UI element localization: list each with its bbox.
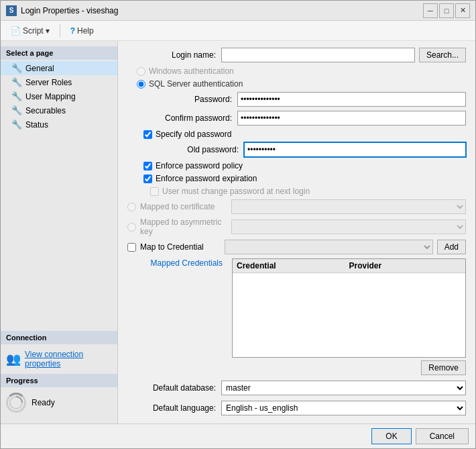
help-label: Help — [77, 26, 94, 36]
mapped-asym-radio[interactable] — [127, 223, 136, 232]
default-lang-label: Default language: — [127, 403, 221, 413]
password-label: Password: — [143, 95, 237, 104]
password-row: Password: — [143, 92, 466, 107]
help-icon: ? — [70, 26, 75, 36]
remove-section: Remove — [127, 360, 466, 375]
mapped-credentials-label: Mapped Credentials — [127, 258, 228, 268]
add-button[interactable]: Add — [437, 240, 466, 254]
footer: OK Cancel — [1, 423, 475, 448]
window-icon: S — [6, 5, 17, 16]
ok-button[interactable]: OK — [371, 428, 411, 444]
server-roles-icon: 🔧 — [11, 77, 22, 87]
script-button[interactable]: 📄 Script ▾ — [6, 24, 54, 38]
default-db-select[interactable]: master — [221, 381, 466, 395]
user-mapping-icon: 🔧 — [11, 91, 22, 101]
sidebar-item-server-roles[interactable]: 🔧 Server Roles — [1, 75, 117, 89]
progress-content: Ready — [1, 387, 117, 418]
enforce-policy-label: Enforce password policy — [156, 161, 243, 170]
progress-status: Ready — [32, 398, 55, 407]
sidebar-item-label-securables: Securables — [25, 106, 66, 115]
sidebar: Select a page 🔧 General 🔧 Server Roles 🔧… — [1, 41, 118, 423]
map-credential-checkbox[interactable] — [127, 243, 136, 252]
maximize-button[interactable]: □ — [439, 3, 454, 18]
windows-auth-row: Windows authentication — [137, 66, 466, 76]
connection-content: 👥 View connection properties — [1, 344, 117, 374]
default-db-label: Default database: — [127, 383, 221, 393]
window-controls: ─ □ ✕ — [423, 3, 470, 18]
sidebar-item-label-status: Status — [25, 120, 48, 130]
old-password-label: Old password: — [150, 145, 244, 154]
old-password-input[interactable] — [244, 142, 466, 157]
confirm-password-input[interactable] — [237, 111, 466, 126]
content-area: Select a page 🔧 General 🔧 Server Roles 🔧… — [1, 41, 475, 423]
sidebar-item-label-general: General — [25, 64, 54, 73]
cancel-button[interactable]: Cancel — [416, 428, 469, 444]
provider-col-header: Provider — [349, 261, 462, 270]
minimize-button[interactable]: ─ — [423, 3, 438, 18]
enforce-expiration-checkbox[interactable] — [143, 174, 152, 183]
password-input[interactable] — [237, 92, 466, 107]
sql-auth-radio[interactable] — [137, 80, 145, 89]
credential-col-header: Credential — [237, 261, 349, 270]
select-page-section: Select a page — [1, 46, 117, 60]
sidebar-item-general[interactable]: 🔧 General — [1, 61, 117, 75]
connection-section-header: Connection — [1, 331, 117, 344]
sql-auth-label: SQL Server authentication — [149, 79, 243, 89]
sidebar-item-label-server-roles: Server Roles — [25, 78, 72, 87]
progress-spinner — [6, 393, 26, 413]
script-icon: 📄 — [11, 26, 21, 36]
windows-auth-radio[interactable] — [137, 67, 145, 76]
search-button[interactable]: Search... — [419, 48, 466, 62]
must-change-label: User must change password at next login — [162, 187, 310, 196]
map-credential-select[interactable] — [225, 240, 433, 254]
credential-header: Credential Provider — [233, 259, 465, 273]
confirm-password-row: Confirm password: — [143, 111, 466, 126]
enforce-policy-checkbox[interactable] — [143, 162, 152, 170]
must-change-row: User must change password at next login — [150, 187, 466, 196]
help-button[interactable]: ? Help — [66, 24, 99, 38]
view-connection-link[interactable]: View connection properties — [25, 350, 112, 368]
enforce-expiration-row: Enforce password expiration — [143, 174, 466, 183]
title-bar: S Login Properties - viseshag ─ □ ✕ — [1, 1, 475, 21]
window-title: Login Properties - viseshag — [21, 6, 423, 15]
mapped-cert-row: Mapped to certificate — [127, 199, 466, 214]
must-change-checkbox[interactable] — [150, 187, 159, 196]
confirm-password-label: Confirm password: — [143, 113, 237, 123]
toolbar: 📄 Script ▾ ? Help — [1, 21, 475, 41]
sidebar-item-securables[interactable]: 🔧 Securables — [1, 103, 117, 117]
specify-old-checkbox[interactable] — [143, 130, 152, 139]
connection-icon: 👥 — [6, 352, 21, 366]
default-lang-row: Default language: English - us_english — [127, 401, 466, 415]
main-window: S Login Properties - viseshag ─ □ ✕ 📄 Sc… — [0, 0, 476, 449]
mapped-asym-row: Mapped to asymmetric key — [127, 217, 466, 236]
login-name-input[interactable] — [221, 48, 415, 62]
enforce-policy-row: Enforce password policy — [143, 161, 466, 170]
old-password-row: Old password: — [150, 142, 466, 157]
mapped-credentials-section: Mapped Credentials Credential Provider — [127, 258, 466, 358]
mapped-asym-select[interactable] — [231, 219, 466, 234]
default-lang-select[interactable]: English - us_english — [221, 401, 466, 415]
progress-section-header: Progress — [1, 374, 117, 387]
mapped-asym-label: Mapped to asymmetric key — [140, 217, 227, 236]
login-name-row: Login name: Search... — [127, 48, 466, 62]
mapped-cert-label: Mapped to certificate — [140, 202, 227, 211]
securables-icon: 🔧 — [11, 105, 22, 115]
close-button[interactable]: ✕ — [455, 3, 470, 18]
general-icon: 🔧 — [11, 63, 22, 73]
default-db-row: Default database: master — [127, 381, 466, 395]
credential-box: Credential Provider — [232, 258, 466, 358]
remove-button[interactable]: Remove — [421, 360, 466, 375]
main-panel: Login name: Search... Windows authentica… — [118, 41, 475, 423]
enforce-expiration-label: Enforce password expiration — [156, 174, 257, 183]
sidebar-item-status[interactable]: 🔧 Status — [1, 117, 117, 132]
mapped-cert-select[interactable] — [231, 199, 466, 214]
mapped-cert-radio[interactable] — [127, 203, 136, 211]
sidebar-item-label-user-mapping: User Mapping — [25, 92, 76, 101]
specify-old-label: Specify old password — [156, 130, 231, 139]
sidebar-item-user-mapping[interactable]: 🔧 User Mapping — [1, 89, 117, 103]
script-dropdown-icon: ▾ — [46, 26, 50, 36]
windows-auth-label: Windows authentication — [149, 66, 234, 76]
toolbar-separator — [60, 24, 60, 38]
script-label: Script — [23, 26, 44, 36]
map-credential-row: Map to Credential Add — [127, 240, 466, 254]
